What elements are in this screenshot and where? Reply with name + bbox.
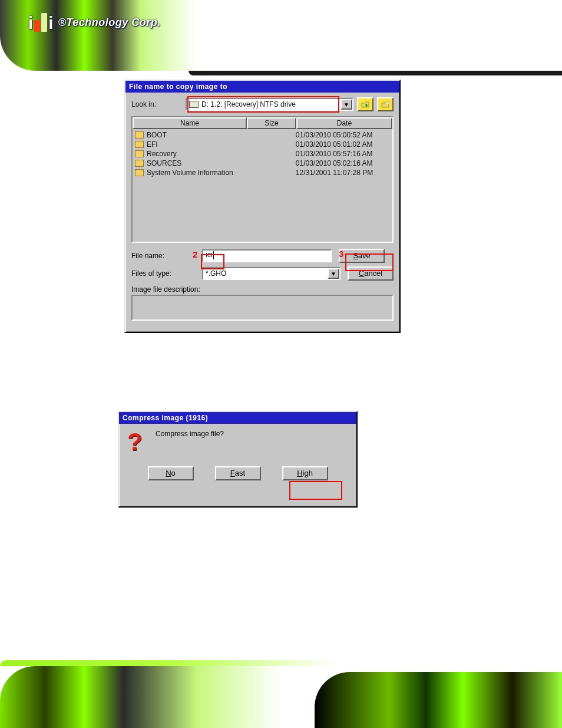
- look-in-value: D: 1.2: [Recovery] NTFS drive: [201, 100, 296, 108]
- col-date[interactable]: Date: [296, 117, 392, 129]
- up-one-level-button[interactable]: [357, 97, 373, 111]
- compress-question: Compress image file?: [156, 430, 224, 438]
- compress-image-dialog: Compress Image (1916) ? Compress image f…: [118, 411, 358, 508]
- folder-icon: [135, 169, 144, 176]
- image-desc-label: Image file description:: [125, 281, 399, 295]
- fast-button[interactable]: Fast: [215, 466, 261, 480]
- file-row[interactable]: BOOT01/03/2010 05:00:52 AM: [135, 130, 390, 140]
- look-in-label: Look in:: [131, 100, 186, 108]
- look-in-combo[interactable]: D: 1.2: [Recovery] NTFS drive: [186, 98, 353, 111]
- folder-icon: [135, 141, 144, 148]
- file-row-name: Recovery: [147, 150, 177, 158]
- image-desc-box[interactable]: [131, 295, 394, 321]
- high-button[interactable]: High: [282, 466, 328, 480]
- file-row[interactable]: Recovery01/03/2010 05:57:16 AM: [135, 149, 390, 159]
- annotation-2: 2: [193, 249, 197, 259]
- dialog1-title: File name to copy image to: [125, 81, 399, 93]
- col-name[interactable]: Name: [133, 117, 247, 129]
- dropdown-arrow-icon[interactable]: [340, 99, 352, 110]
- dropdown-arrow-icon[interactable]: [328, 268, 339, 279]
- col-size[interactable]: Size: [247, 117, 296, 129]
- bottom-banner: [0, 666, 562, 728]
- file-row-date: 01/03/2010 05:00:52 AM: [296, 131, 390, 139]
- file-name-value: iei: [206, 251, 213, 259]
- file-row-name: EFI: [147, 140, 158, 149]
- file-row-date: 01/03/2010 05:57:16 AM: [296, 150, 390, 158]
- files-of-type-combo[interactable]: *.GHO: [202, 267, 340, 280]
- logo-text: ®Technology Corp.: [58, 17, 161, 29]
- file-list[interactable]: Name Size Date BOOT01/03/2010 05:00:52 A…: [131, 116, 394, 243]
- files-of-type-value: *.GHO: [206, 269, 226, 278]
- question-icon: ?: [127, 430, 147, 452]
- file-row-date: 01/03/2010 05:02:16 AM: [296, 159, 390, 167]
- logo: i i ®Technology Corp.: [28, 13, 161, 32]
- folder-icon: [135, 150, 144, 157]
- file-row[interactable]: System Volume Information12/31/2001 11:0…: [135, 168, 390, 177]
- no-button[interactable]: No: [148, 466, 194, 480]
- file-list-header: Name Size Date: [133, 117, 392, 129]
- files-of-type-label: Files of type:: [131, 269, 202, 278]
- cancel-button[interactable]: Cancel: [348, 266, 394, 281]
- save-button[interactable]: Save: [339, 249, 385, 263]
- dialog2-title: Compress Image (1916): [119, 412, 356, 424]
- top-banner: [0, 0, 562, 71]
- file-name-input[interactable]: iei: [202, 249, 332, 262]
- folder-icon: [135, 131, 144, 139]
- file-row-name: BOOT: [147, 131, 167, 139]
- file-row-date: 01/03/2010 05:01:02 AM: [296, 140, 390, 149]
- drive-icon: [189, 101, 199, 108]
- folder-icon: [135, 160, 144, 167]
- file-row-date: 12/31/2001 11:07:28 PM: [296, 169, 390, 177]
- file-row[interactable]: SOURCES01/03/2010 05:02:16 AM: [135, 159, 390, 168]
- annotation-3: 3: [339, 249, 343, 259]
- file-row-name: System Volume Information: [147, 169, 233, 177]
- file-row[interactable]: EFI01/03/2010 05:01:02 AM: [135, 140, 390, 149]
- file-row-name: SOURCES: [147, 159, 181, 167]
- file-name-label: File name:: [131, 252, 202, 260]
- save-image-dialog: File name to copy image to Look in: 1 D:…: [124, 80, 401, 333]
- new-folder-button[interactable]: [377, 97, 394, 111]
